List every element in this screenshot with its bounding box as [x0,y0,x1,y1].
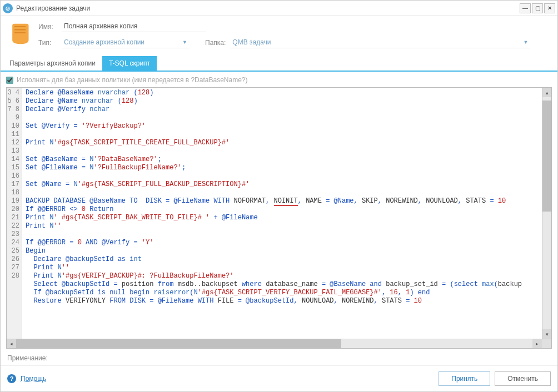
horizontal-scrollbar[interactable]: ◂ ▸ [7,339,551,348]
tabs: Параметры архивной копии T-SQL скрипт [1,56,557,72]
scroll-right-icon[interactable]: ▸ [532,339,542,348]
header-fields: Имя: Тип: Создание архивной копии ▼ Папк… [38,21,551,53]
folder-select[interactable]: QMB задачи ▼ [230,37,530,48]
execute-for-policy-label: Исполнять для баз данных политики (имя п… [17,76,247,84]
tab-backup-params[interactable]: Параметры архивной копии [3,56,102,71]
close-button[interactable]: ✕ [544,3,555,13]
scroll-down-icon[interactable]: ▾ [542,329,551,339]
folder-label: Папка: [205,39,226,47]
type-label: Тип: [38,39,57,47]
chevron-down-icon: ▼ [523,39,528,45]
type-select[interactable]: Создание архивной копии ▼ [62,37,190,48]
note-row: Примечание: [1,351,557,366]
chevron-down-icon: ▼ [182,39,187,45]
name-input[interactable] [62,21,206,32]
note-label: Примечание: [7,354,48,362]
minimize-button[interactable]: — [520,3,531,13]
hscroll-thumb[interactable] [16,339,341,348]
help-icon[interactable]: ? [7,374,16,383]
vertical-scrollbar[interactable]: ▴ ▾ [542,88,551,339]
app-icon: ◎ [3,3,13,13]
task-logo-icon [7,22,32,46]
footer: ? Помощь Принять Отменить [1,366,557,391]
scroll-up-icon[interactable]: ▴ [542,88,551,97]
window-buttons: — ▢ ✕ [520,3,555,13]
help-link[interactable]: Помощь [21,375,46,383]
note-input[interactable] [51,354,551,362]
execute-for-policy-row: Исполнять для баз данных политики (имя п… [6,76,552,84]
code-editor: 3 4 5 6 7 8 9 10 11 12 13 14 15 16 17 18… [6,87,552,349]
execute-for-policy-checkbox[interactable] [6,77,13,84]
maximize-button[interactable]: ▢ [532,3,543,13]
titlebar: ◎ Редактирование задачи — ▢ ✕ [1,1,557,16]
type-value: Создание архивной копии [64,38,145,46]
accept-button[interactable]: Принять [439,371,490,386]
content: Исполнять для баз данных политики (имя п… [1,72,557,351]
vscroll-thumb[interactable] [542,100,551,212]
tab-tsql-script[interactable]: T-SQL скрипт [102,56,157,71]
scroll-corner [542,339,551,348]
cancel-button[interactable]: Отменить [495,371,551,386]
scroll-left-icon[interactable]: ◂ [7,339,16,348]
window-title: Редактирование задачи [16,4,520,12]
line-gutter: 3 4 5 6 7 8 9 10 11 12 13 14 15 16 17 18… [7,88,22,339]
code-content[interactable]: Declare @BaseName nvarchar (128) Declare… [22,88,542,339]
name-label: Имя: [38,23,57,31]
folder-value: QMB задачи [232,38,271,46]
header: Имя: Тип: Создание архивной копии ▼ Папк… [1,16,557,56]
